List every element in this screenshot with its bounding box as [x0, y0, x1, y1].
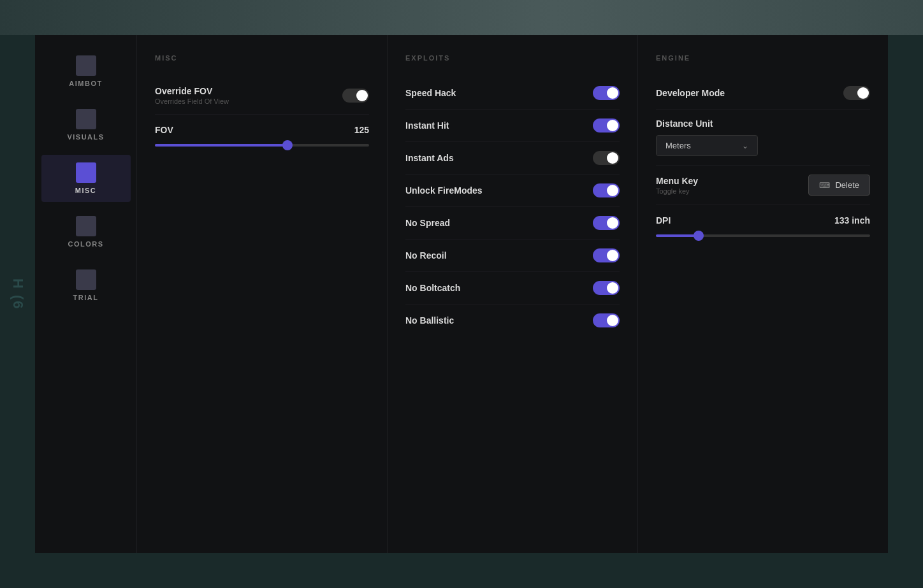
- sidebar-item-colors[interactable]: COLORS: [41, 208, 131, 255]
- menu-key-sublabel: Toggle key: [656, 187, 698, 195]
- exploits-panel: EXPLOITS Speed Hack Instant Hit Instant …: [388, 35, 638, 553]
- no-ballistic-row: No Ballistic: [405, 305, 620, 336]
- instant-hit-row: Instant Hit: [405, 110, 620, 142]
- instant-ads-label: Instant Ads: [405, 153, 454, 163]
- instant-hit-toggle[interactable]: [593, 118, 620, 133]
- no-spread-label: No Spread: [405, 218, 450, 228]
- dpi-slider-label: DPI: [656, 215, 671, 226]
- background-header: [0, 0, 923, 35]
- trial-icon: [76, 269, 96, 290]
- menu-key-label: Menu Key: [656, 176, 698, 186]
- unlock-firemodes-label: Unlock FireModes: [405, 185, 483, 196]
- engine-panel-title: ENGINE: [656, 54, 870, 62]
- misc-panel-title: MISC: [155, 54, 369, 62]
- exploits-panel-title: EXPLOITS: [405, 54, 620, 62]
- override-fov-toggle[interactable]: [342, 89, 369, 103]
- instant-ads-knob: [607, 152, 618, 164]
- no-spread-knob: [607, 217, 618, 229]
- dpi-slider-container: DPI 133 inch: [656, 205, 870, 242]
- keyboard-icon: ⌨: [819, 181, 830, 190]
- instant-hit-label: Instant Hit: [405, 120, 449, 131]
- trial-label: TRIAL: [73, 294, 99, 301]
- speed-hack-toggle[interactable]: [593, 86, 620, 100]
- visuals-label: VISUALS: [67, 133, 104, 141]
- override-fov-label: Override FOV: [155, 86, 229, 96]
- fov-slider-fill: [155, 144, 287, 147]
- speed-hack-knob: [607, 87, 618, 99]
- sidebar-item-visuals[interactable]: VISUALS: [41, 101, 131, 148]
- no-ballistic-toggle[interactable]: [593, 313, 620, 327]
- instant-ads-toggle[interactable]: [593, 151, 620, 165]
- unlock-firemodes-knob: [607, 185, 618, 196]
- chevron-down-icon: ⌄: [742, 141, 748, 150]
- no-spread-toggle[interactable]: [593, 216, 620, 230]
- developer-mode-label: Developer Mode: [656, 88, 725, 98]
- developer-mode-toggle[interactable]: [843, 86, 870, 100]
- dpi-slider-track[interactable]: [656, 234, 870, 237]
- no-recoil-toggle[interactable]: [593, 248, 620, 262]
- no-boltcatch-row: No Boltcatch: [405, 272, 620, 305]
- dpi-slider-header: DPI 133 inch: [656, 215, 870, 226]
- distance-unit-value: Meters: [665, 141, 691, 150]
- override-fov-sublabel: Overrides Field Of View: [155, 97, 229, 105]
- no-boltcatch-toggle[interactable]: [593, 281, 620, 295]
- override-fov-knob: [356, 90, 368, 101]
- fov-slider-thumb[interactable]: [282, 140, 293, 150]
- colors-icon: [76, 216, 96, 236]
- sidebar: AIMBOT VISUALS MISC COLORS TRIAL: [35, 35, 137, 553]
- fov-slider-label: FOV: [155, 125, 173, 135]
- developer-mode-row: Developer Mode: [656, 77, 870, 110]
- sidebar-item-aimbot[interactable]: AIMBOT: [41, 48, 131, 95]
- sidebar-item-trial[interactable]: TRIAL: [41, 262, 131, 309]
- misc-icon: [76, 162, 96, 183]
- fov-slider-value: 125: [354, 125, 369, 135]
- content-area: MISC Override FOV Overrides Field Of Vie…: [137, 35, 888, 553]
- dpi-slider-thumb[interactable]: [694, 231, 704, 241]
- unlock-firemodes-row: Unlock FireModes: [405, 175, 620, 207]
- menu-key-row: Menu Key Toggle key ⌨ Delete: [656, 166, 870, 205]
- misc-panel: MISC Override FOV Overrides Field Of Vie…: [137, 35, 388, 553]
- misc-label: MISC: [75, 187, 97, 194]
- distance-unit-dropdown[interactable]: Meters ⌄: [656, 135, 758, 156]
- colors-label: COLORS: [68, 240, 103, 248]
- fov-slider-container: FOV 125: [155, 115, 369, 152]
- sidebar-item-misc[interactable]: MISC: [41, 155, 131, 202]
- fov-slider-track[interactable]: [155, 144, 369, 147]
- no-recoil-label: No Recoil: [405, 250, 447, 261]
- menu-key-info: Menu Key Toggle key: [656, 176, 698, 195]
- override-fov-row: Override FOV Overrides Field Of View: [155, 77, 369, 115]
- unlock-firemodes-toggle[interactable]: [593, 183, 620, 197]
- no-boltcatch-label: No Boltcatch: [405, 283, 460, 293]
- engine-panel: ENGINE Developer Mode Distance Unit Mete…: [638, 35, 888, 553]
- override-fov-info: Override FOV Overrides Field Of View: [155, 86, 229, 105]
- visuals-icon: [76, 109, 96, 129]
- no-recoil-knob: [607, 250, 618, 261]
- fov-slider-header: FOV 125: [155, 125, 369, 135]
- speed-hack-row: Speed Hack: [405, 77, 620, 110]
- dpi-slider-value: 133 inch: [834, 215, 870, 226]
- aimbot-label: AIMBOT: [69, 80, 102, 87]
- menu-key-button[interactable]: ⌨ Delete: [808, 175, 870, 196]
- edge-watermark: H (6: [0, 35, 35, 553]
- instant-hit-knob: [607, 120, 618, 131]
- dpi-slider-fill: [656, 234, 699, 237]
- main-container: AIMBOT VISUALS MISC COLORS TRIAL MISC: [35, 35, 888, 553]
- speed-hack-label: Speed Hack: [405, 88, 456, 98]
- developer-mode-knob: [857, 87, 869, 99]
- distance-unit-row: Distance Unit Meters ⌄: [656, 110, 870, 166]
- no-ballistic-label: No Ballistic: [405, 315, 454, 326]
- aimbot-icon: [76, 55, 96, 76]
- instant-ads-row: Instant Ads: [405, 142, 620, 175]
- no-recoil-row: No Recoil: [405, 240, 620, 272]
- menu-key-value: Delete: [835, 180, 859, 190]
- no-ballistic-knob: [607, 315, 618, 326]
- no-spread-row: No Spread: [405, 207, 620, 240]
- distance-unit-label: Distance Unit: [656, 118, 713, 129]
- no-boltcatch-knob: [607, 282, 618, 294]
